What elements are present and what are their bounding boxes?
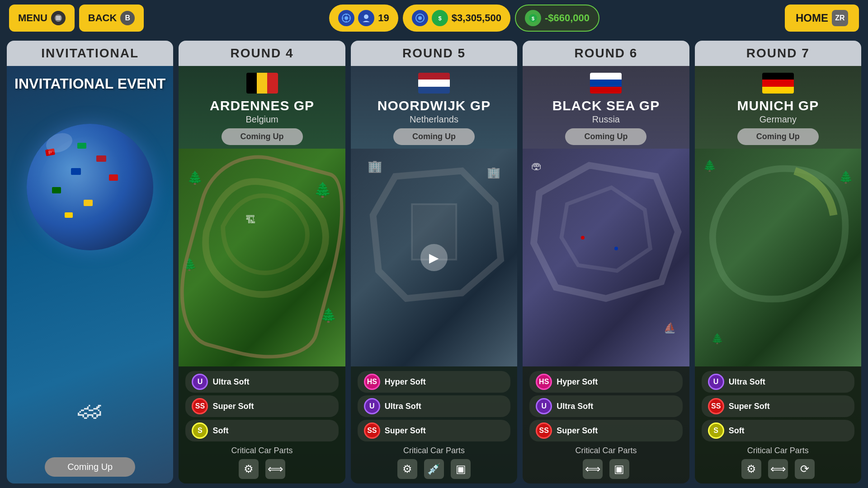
svg-point-5 bbox=[344, 16, 348, 20]
round6-coming-up[interactable]: Coming Up bbox=[565, 128, 646, 145]
tire-soft: Soft bbox=[212, 426, 228, 436]
tire-item: HS Hyper Soft bbox=[529, 371, 682, 393]
tire-badge-u: U bbox=[536, 398, 552, 414]
round4-coming-up[interactable]: Coming Up bbox=[222, 128, 303, 145]
tire-item: SS Super Soft bbox=[529, 420, 682, 441]
round4-country: Belgium bbox=[179, 113, 345, 128]
tire-item: U Ultra Soft bbox=[358, 395, 510, 417]
round7-header: ROUND 7 bbox=[695, 41, 861, 66]
round5-parts-icons: ⚙ 💉 ▣ bbox=[358, 459, 510, 479]
round4-card: ROUND 4 ARDENNES GP Belgium Coming Up bbox=[179, 41, 345, 483]
round4-flag bbox=[179, 66, 345, 96]
dollar-icon: $ bbox=[432, 10, 448, 26]
globe: 🏳 bbox=[27, 124, 153, 250]
round5-coming-up[interactable]: Coming Up bbox=[393, 128, 475, 145]
top-bar: MENU BACK B 19 $ $3,305,500 $ -$660,000 bbox=[0, 0, 868, 36]
tire-item: SS Super Soft bbox=[702, 395, 854, 417]
play-button[interactable]: ▶ bbox=[420, 244, 448, 271]
round5-flag bbox=[351, 66, 517, 96]
flag-belgium bbox=[246, 73, 278, 94]
flag-netherlands bbox=[418, 73, 450, 94]
back-label: BACK bbox=[88, 12, 117, 24]
round6-body: BLACK SEA GP Russia Coming Up 🏟 ⛵ bbox=[523, 66, 689, 483]
tire-supersoft: Super Soft bbox=[212, 402, 254, 411]
part-box-icon: ▣ bbox=[451, 459, 471, 479]
delta-pill: $ -$660,000 bbox=[515, 5, 599, 32]
back-button[interactable]: BACK B bbox=[79, 5, 144, 32]
round6-parts: Critical Car Parts ⟺ ▣ bbox=[529, 446, 682, 479]
home-icon: ZR bbox=[832, 10, 848, 26]
money-amount: $3,305,500 bbox=[452, 12, 501, 24]
round7-country: Germany bbox=[695, 113, 861, 128]
round7-parts-label: Critical Car Parts bbox=[702, 446, 854, 455]
tire-ultrasoft: Ultra Soft bbox=[729, 377, 765, 387]
back-icon: B bbox=[120, 11, 135, 25]
round7-coming-up[interactable]: Coming Up bbox=[737, 128, 819, 145]
part-gear-icon: ⚙ bbox=[741, 459, 761, 479]
round5-track-visual: 🏢 🏢 ▶ bbox=[351, 149, 517, 366]
flag-russia bbox=[590, 73, 622, 94]
tire-badge-s: S bbox=[708, 422, 724, 439]
round7-info: U Ultra Soft SS Super Soft S Soft Critic… bbox=[695, 366, 861, 483]
tire-item: U Ultra Soft bbox=[702, 371, 854, 393]
part-syringe-icon: 💉 bbox=[424, 459, 444, 479]
part-engine-icon: ⚙ bbox=[397, 459, 417, 479]
svg-text:$: $ bbox=[532, 16, 534, 21]
tire-badge-u: U bbox=[364, 398, 380, 414]
round5-parts: Critical Car Parts ⚙ 💉 ▣ bbox=[358, 446, 510, 479]
menu-button[interactable]: MENU bbox=[9, 5, 75, 32]
round4-info: U Ultra Soft SS Super Soft S Soft Critic… bbox=[179, 366, 345, 483]
round5-card: ROUND 5 NOORDWIJK GP Netherlands Coming … bbox=[351, 41, 517, 483]
part-rotate-icon: ⟳ bbox=[795, 459, 815, 479]
round4-body: ARDENNES GP Belgium Coming Up 🌲 🌲 🌲 🌲 🏗 bbox=[179, 66, 345, 483]
part-box-icon: ▣ bbox=[609, 459, 629, 479]
round6-track: 🏟 ⛵ bbox=[523, 149, 689, 366]
round4-parts-icons: ⚙ ⟺ bbox=[185, 459, 338, 479]
tire-item: U Ultra Soft bbox=[185, 371, 338, 393]
menu-label: MENU bbox=[18, 12, 47, 24]
svg-rect-3 bbox=[56, 19, 61, 20]
tire-item: HS Hyper Soft bbox=[358, 371, 510, 393]
round6-header: ROUND 6 bbox=[523, 41, 689, 66]
round6-parts-icons: ⟺ ▣ bbox=[529, 459, 682, 479]
tire-item: SS Super Soft bbox=[358, 420, 510, 441]
tire-hypersoft: Hyper Soft bbox=[385, 377, 426, 387]
round6-country: Russia bbox=[523, 113, 689, 128]
invitational-title: INVITATIONAL EVENT bbox=[7, 66, 173, 97]
tire-badge-u: U bbox=[192, 374, 208, 390]
round5-parts-label: Critical Car Parts bbox=[358, 446, 510, 455]
tire-ultrasoft: Ultra Soft bbox=[212, 377, 249, 387]
part-arrow-icon: ⟺ bbox=[768, 459, 788, 479]
round7-body: MUNICH GP Germany Coming Up 🌲 🌲 🌲 bbox=[695, 66, 861, 483]
delta-icon: $ bbox=[525, 10, 541, 26]
part-engine-icon: ⚙ bbox=[239, 459, 259, 479]
invitational-coming-up[interactable]: Coming Up bbox=[45, 457, 135, 477]
tire-supersoft: Super Soft bbox=[385, 426, 426, 436]
menu-icon bbox=[51, 11, 66, 25]
tire-item: SS Super Soft bbox=[185, 395, 338, 417]
tire-supersoft: Super Soft bbox=[557, 426, 598, 436]
events-badge-icon bbox=[358, 10, 374, 26]
tire-badge-s: S bbox=[192, 422, 208, 439]
tire-item: U Ultra Soft bbox=[529, 395, 682, 417]
part-transmission-icon: ⟺ bbox=[265, 459, 285, 479]
svg-text:$: $ bbox=[438, 15, 442, 22]
round7-parts-icons: ⚙ ⟺ ⟳ bbox=[702, 459, 854, 479]
tire-item: S Soft bbox=[702, 420, 854, 441]
inv-car: 🏎 bbox=[78, 396, 103, 425]
tire-badge-ss: SS bbox=[708, 398, 724, 414]
delta-amount: -$660,000 bbox=[545, 12, 590, 24]
round6-parts-label: Critical Car Parts bbox=[529, 446, 682, 455]
round6-tires: HS Hyper Soft U Ultra Soft SS Super Soft bbox=[529, 371, 682, 441]
round4-header: ROUND 4 bbox=[179, 41, 345, 66]
round7-flag bbox=[695, 66, 861, 96]
round6-card: ROUND 6 BLACK SEA GP Russia Coming Up bbox=[523, 41, 689, 483]
home-button[interactable]: HOME ZR bbox=[785, 5, 859, 32]
tire-badge-hs: HS bbox=[364, 374, 380, 390]
part-transmission-icon: ⟺ bbox=[583, 459, 603, 479]
round5-info: HS Hyper Soft U Ultra Soft SS Super Soft… bbox=[351, 366, 517, 483]
tire-badge-ss: SS bbox=[536, 422, 552, 439]
round7-card: ROUND 7 MUNICH GP Germany Coming Up bbox=[695, 41, 861, 483]
money-pill: $ $3,305,500 bbox=[403, 5, 510, 32]
round7-tires: U Ultra Soft SS Super Soft S Soft bbox=[702, 371, 854, 441]
